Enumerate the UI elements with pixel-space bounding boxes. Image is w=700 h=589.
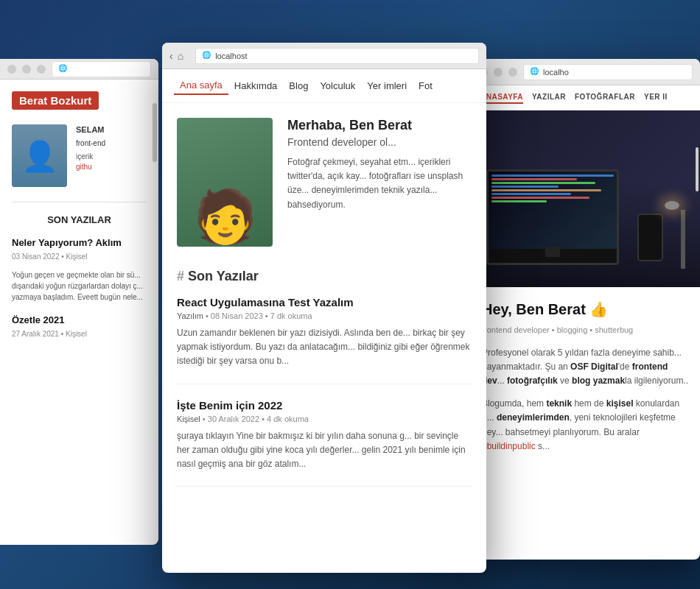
blog-label: blog yazmak <box>572 375 625 386</box>
nav-anasayfa[interactable]: Ana sayfa <box>174 77 228 95</box>
win3-para-2: Blogumda, hem teknik hem de kişisel konu… <box>482 397 690 454</box>
win3-hero-subtitle: frontend developer • blogging • shutterb… <box>482 324 690 337</box>
post-meta-1: 03 Nisan 2022 • Kişisel <box>12 253 147 261</box>
window-close-btn[interactable] <box>7 65 16 74</box>
teknik-label: teknik <box>546 398 572 409</box>
code-line-8 <box>491 200 547 202</box>
code-line-2 <box>491 178 577 180</box>
window-min-btn[interactable] <box>22 65 31 74</box>
lamp <box>681 210 685 269</box>
favicon-right: 🌐 <box>530 67 540 77</box>
win3-para-1: Profesyonel olarak 5 yıldan fazla deneyi… <box>482 346 690 389</box>
github-link[interactable]: githu <box>76 162 105 172</box>
win3-nav-yazilar[interactable]: YAZILAR <box>532 91 566 104</box>
photography-label: fotoğrafçılık <box>507 375 558 386</box>
role-text: front-end <box>76 138 105 149</box>
article-title-1[interactable]: React Uygulamasına Test Yazalım <box>177 296 472 308</box>
code-line-7 <box>491 197 589 199</box>
article-cat-2: Kişisel <box>177 415 200 423</box>
profile-section: SELAM front-end içerik githu <box>12 124 147 187</box>
code-line-5 <box>491 189 601 191</box>
browser-window-right: 🌐 localho ANASAYFA YAZILAR FOTOĞRAFLAR Y… <box>472 59 700 560</box>
back-arrow-icon[interactable]: ‹ <box>169 50 173 62</box>
nav-yer-imleri[interactable]: Yer imleri <box>361 77 413 94</box>
win3-hero-heading: Hey, Ben Berat 👍 <box>482 297 690 321</box>
hero-text: Merhaba, Ben Berat Frontend developer ol… <box>287 118 472 247</box>
article-1: React Uygulamasına Test Yazalım Yazılım … <box>177 296 472 384</box>
article-title-2[interactable]: İşte Benim için 2022 <box>177 399 472 412</box>
url-bar-right[interactable]: 🌐 localho <box>523 64 693 80</box>
win3-body: Hey, Ben Berat 👍 frontend developer • bl… <box>472 110 700 473</box>
browser-bar-left: 🌐 <box>0 59 158 80</box>
nav-yolculuk[interactable]: Yolculuk <box>314 77 361 94</box>
article-date-1: • 08 Nisan 2023 • 7 dk okuma <box>206 311 312 320</box>
post-title-2[interactable]: Özetle 2021 <box>12 314 147 327</box>
monitor-stand <box>545 247 560 257</box>
kisisel-label: kişisel <box>606 398 634 409</box>
lamp-shade <box>665 201 679 210</box>
hero-title: Merhaba, Ben Berat <box>287 118 472 133</box>
win3-nav-fotograflar[interactable]: FOTOĞRAFLAR <box>575 91 635 104</box>
browser-bar-center: ‹ ⌂ 🌐 localhost <box>162 43 486 69</box>
code-line-3 <box>491 182 595 184</box>
url-bar-center[interactable]: 🌐 localhost <box>195 48 479 64</box>
url-text-center: localhost <box>215 52 247 60</box>
son-yazilar-heading: # Son Yazılar <box>177 269 472 284</box>
phone-prop <box>637 214 663 261</box>
article-excerpt-1: Uzun zamandır beklenen bir yazı dizisiyd… <box>177 326 472 369</box>
win2-nav: Ana sayfa Hakkımda Blog Yolculuk Yer iml… <box>162 69 486 103</box>
favicon-left: 🌐 <box>58 64 69 74</box>
browser-nav-center: ‹ ⌂ <box>169 50 183 62</box>
win3-nav-anasayfa[interactable]: ANASAYFA <box>480 91 523 104</box>
window-max-btn[interactable] <box>37 65 46 74</box>
win3-text-body: Hey, Ben Berat 👍 frontend developer • bl… <box>472 287 700 473</box>
url-text-right: localho <box>543 68 569 77</box>
content-label: içerik <box>76 152 105 162</box>
browser-window-center: ‹ ⌂ 🌐 localhost Ana sayfa Hakkımda Blog … <box>162 43 486 573</box>
window-max-btn-r[interactable] <box>508 68 517 77</box>
post-meta-2: 27 Aralık 2021 • Kişisel <box>12 330 147 338</box>
win3-nav: ANASAYFA YAZILAR FOTOĞRAFLAR YER II <box>472 85 700 110</box>
scrollbar-right[interactable] <box>696 147 699 191</box>
article-date-2: • 30 Aralık 2022 • 4 dk okuma <box>203 415 309 423</box>
window-min-btn-r[interactable] <box>494 68 503 77</box>
browser-bar-right: 🌐 localho <box>472 59 700 85</box>
son-yazilar-label: Son Yazılar <box>188 269 259 283</box>
nav-hakkimda[interactable]: Hakkımda <box>228 77 284 94</box>
code-line-6 <box>491 193 571 195</box>
nav-blog[interactable]: Blog <box>283 77 314 94</box>
son-yazilar-title: SON YAZILAR <box>12 214 147 225</box>
article-meta-1: Yazılım • 08 Nisan 2023 • 7 dk okuma <box>177 311 472 320</box>
avatar-image <box>12 124 67 187</box>
win3-nav-yer[interactable]: YER II <box>644 91 668 104</box>
favicon-center: 🌐 <box>202 51 212 61</box>
hero-section: Merhaba, Ben Berat Frontend developer ol… <box>177 118 472 247</box>
win1-content: Berat Bozkurt SELAM front-end içerik git… <box>0 80 158 359</box>
hash-symbol: # <box>177 269 188 283</box>
hero-subtitle: Frontend developer ol... <box>287 136 472 148</box>
name-badge: Berat Bozkurt <box>12 91 99 110</box>
win2-body: Merhaba, Ben Berat Frontend developer ol… <box>162 103 486 516</box>
osf-link[interactable]: OSF Digital <box>570 361 618 372</box>
post-title-1[interactable]: Neler Yapıyorum? Aklım <box>12 237 147 250</box>
nav-fot[interactable]: Fot <box>413 77 438 94</box>
article-cat-1: Yazılım <box>177 311 203 320</box>
article-2: İşte Benim için 2022 Kişisel • 30 Aralık… <box>177 399 472 487</box>
win3-hero-image <box>472 110 700 287</box>
monitor-screen <box>489 172 617 249</box>
greeting: SELAM <box>76 124 105 135</box>
article-meta-2: Kişisel • 30 Aralık 2022 • 4 dk okuma <box>177 415 472 423</box>
bio-text: SELAM front-end içerik githu <box>76 124 105 172</box>
monitor <box>486 169 619 265</box>
hero-description: Fotoğraf çekmeyi, seyahat etm... içerikl… <box>287 155 472 212</box>
url-bar-left[interactable]: 🌐 <box>52 61 151 77</box>
avatar <box>12 124 67 187</box>
deneyimler-label: deneyimlerimden <box>497 412 570 423</box>
buildinpublic-link[interactable]: #buildinpublic <box>482 441 536 451</box>
home-icon[interactable]: ⌂ <box>178 50 183 62</box>
divider-1 <box>12 202 147 202</box>
hero-image <box>177 118 273 247</box>
scrollbar-left[interactable] <box>153 103 157 162</box>
desk-scene <box>472 110 700 287</box>
article-excerpt-2: şuraya tıklayın Yine bir bakmışız ki bir… <box>177 429 472 472</box>
